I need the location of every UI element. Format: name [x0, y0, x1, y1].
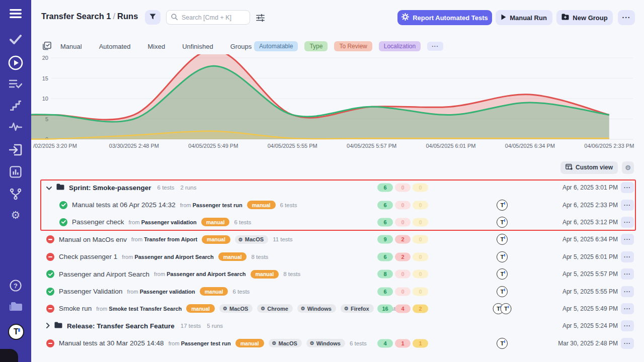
row-main: Passenger Validationfrom Passenger valid… — [46, 283, 250, 300]
row-more-button[interactable]: ··· — [621, 286, 634, 297]
row-main: Release: Transfer Search Feature17 tests… — [46, 317, 223, 334]
run-date: Apr 5, 2025 5:57 PM — [562, 270, 618, 278]
steps-stairs-icon[interactable] — [0, 101, 31, 111]
x-axis-label: 04/05/2025 5:49 PM — [188, 143, 238, 149]
settings-gear-icon[interactable]: ⚙ — [0, 209, 31, 221]
menu-icon[interactable] — [0, 9, 31, 18]
testomat-logo-icon: T — [497, 200, 508, 211]
tab-groups[interactable]: Groups — [230, 43, 252, 50]
chevron-down-icon[interactable] — [46, 183, 52, 192]
tests-check-icon[interactable] — [0, 34, 31, 44]
reporter-logos: T — [497, 338, 508, 349]
run-source: from Passenger test run — [169, 340, 231, 346]
svg-text:15: 15 — [42, 75, 48, 81]
projects-folder-icon[interactable] — [0, 301, 31, 312]
x-axis-label: 04/05/2025 5:55 PM — [268, 143, 317, 149]
row-main: Manual on MacOs envfrom Transfer from Ai… — [46, 231, 293, 248]
x-axis-label: 04/06/2025 2:33 PM — [584, 143, 634, 149]
tag-automatable[interactable]: Automatable — [254, 41, 298, 51]
chart-x-axis-labels: /02/2025 3:20 PM03/30/2025 2:48 PM04/05/… — [31, 143, 644, 150]
tag-to-review[interactable]: To Review — [334, 41, 372, 51]
run-row[interactable]: Manual on MacOs envfrom Transfer from Ai… — [31, 231, 644, 248]
report-automated-tests-button[interactable]: Report Automated Tests — [397, 10, 492, 25]
run-date: Mar 30, 2025 2:48 PM — [558, 340, 618, 347]
failed-count-pill: 0 — [395, 218, 411, 226]
run-row[interactable]: Manual tests at 30 Mar 2025 14:48from Pa… — [31, 335, 644, 352]
tab-mixed[interactable]: Mixed — [148, 43, 166, 50]
analytics-icon[interactable] — [0, 166, 31, 178]
run-row[interactable]: Check passenger 1from Passenger and Airp… — [31, 248, 644, 265]
testomat-logo-icon: T — [497, 338, 508, 349]
tag-localization[interactable]: Localization — [379, 41, 421, 51]
manual-badge: manual — [186, 304, 215, 313]
new-group-button[interactable]: New Group — [556, 10, 613, 25]
row-more-button[interactable]: ··· — [621, 303, 634, 314]
adjustments-icon[interactable] — [255, 12, 266, 23]
filter-button[interactable] — [145, 10, 160, 25]
x-axis-label: 04/05/2025 6:34 PM — [505, 143, 555, 149]
row-more-button[interactable]: ··· — [621, 338, 634, 349]
env-chip-macos: ⚙MacOS — [269, 339, 302, 347]
custom-view-button[interactable]: Custom view — [560, 161, 618, 174]
header-more-button[interactable]: ··· — [618, 10, 635, 25]
runs-play-circle-icon[interactable] — [0, 55, 31, 70]
run-source: from Passenger and Airport Search — [122, 254, 213, 260]
reporter-logos: T — [497, 234, 508, 245]
run-row[interactable]: Smoke runfrom Smoke test Transfer Search… — [31, 300, 644, 317]
failed-count-pill: 0 — [395, 287, 411, 296]
run-row[interactable]: Passenger checkfrom Passenger validation… — [31, 214, 644, 231]
tag-filter-list: AutomatableTypeTo ReviewLocalization··· — [254, 40, 443, 52]
row-more-button[interactable]: ··· — [621, 234, 634, 245]
reporter-logos: T — [497, 200, 508, 211]
row-more-button[interactable]: ··· — [621, 182, 634, 193]
view-settings-gear-icon[interactable]: ⚙ — [622, 161, 634, 174]
testomat-logo-icon: T — [497, 268, 508, 280]
filter-tab-bar: ManualAutomatedMixedUnfinishedGroups Aut… — [31, 39, 644, 53]
tab-unfinished[interactable]: Unfinished — [182, 43, 213, 50]
run-source-name: Passenger validation — [140, 289, 195, 295]
run-date: Apr 5, 2025 5:49 PM — [562, 305, 618, 312]
import-icon[interactable] — [0, 144, 31, 156]
chevron-right-icon[interactable] — [46, 321, 50, 330]
help-icon[interactable]: ? — [0, 280, 31, 292]
select-all-icon[interactable] — [43, 42, 51, 52]
plans-list-check-icon[interactable] — [0, 79, 31, 89]
app-logo[interactable]: T — [8, 324, 24, 340]
tags-more-button[interactable]: ··· — [427, 42, 443, 51]
manual-run-button[interactable]: Manual Run — [496, 10, 552, 25]
testomat-logo-icon: T — [501, 303, 512, 314]
tab-manual[interactable]: Manual — [60, 43, 82, 50]
row-more-button[interactable]: ··· — [621, 200, 634, 211]
branch-icon[interactable] — [0, 188, 31, 200]
row-more-button[interactable]: ··· — [621, 320, 634, 331]
group-row[interactable]: Sprint: Smoke-passenger6 tests2 runs600A… — [31, 179, 644, 196]
tag-type[interactable]: Type — [304, 41, 328, 51]
manual-run-label: Manual Run — [510, 14, 547, 22]
run-row[interactable]: Passenger and Airport Searchfrom Passeng… — [31, 265, 644, 283]
row-main: Manual tests at 30 Mar 2025 14:48from Pa… — [46, 335, 367, 352]
view-bar: Custom view ⚙ — [31, 161, 644, 174]
pulse-activity-icon[interactable] — [0, 122, 31, 131]
group-row[interactable]: Release: Transfer Search Feature17 tests… — [31, 317, 644, 334]
skipped-count-pill: 0 — [413, 270, 428, 279]
status-passed-icon — [59, 201, 67, 209]
breadcrumb: Transfer Search 1/Runs — [41, 12, 138, 21]
gear-spark-icon — [401, 13, 409, 22]
passed-count-pill: 8 — [377, 270, 393, 279]
tab-automated[interactable]: Automated — [99, 43, 131, 50]
result-counts: 600 — [377, 201, 428, 209]
row-more-button[interactable]: ··· — [621, 217, 634, 228]
run-source: from Passenger and Airport Search — [154, 271, 246, 277]
run-row[interactable]: Manual tests at 06 Apr 2025 14:32from Pa… — [31, 196, 644, 213]
passed-count-pill: 9 — [377, 235, 393, 244]
skipped-count-pill: 0 — [413, 252, 428, 261]
group-runs-count: 5 runs — [207, 323, 223, 329]
passed-count-pill: 6 — [377, 287, 393, 296]
run-source: from Passenger test run — [180, 202, 243, 208]
run-source-name: Passenger test run — [193, 202, 243, 208]
search-input[interactable] — [181, 14, 241, 22]
row-more-button[interactable]: ··· — [621, 268, 634, 280]
row-more-button[interactable]: ··· — [621, 251, 634, 262]
run-date: Apr 5, 2025 6:01 PM — [562, 253, 618, 260]
run-row[interactable]: Passenger Validationfrom Passenger valid… — [31, 283, 644, 300]
